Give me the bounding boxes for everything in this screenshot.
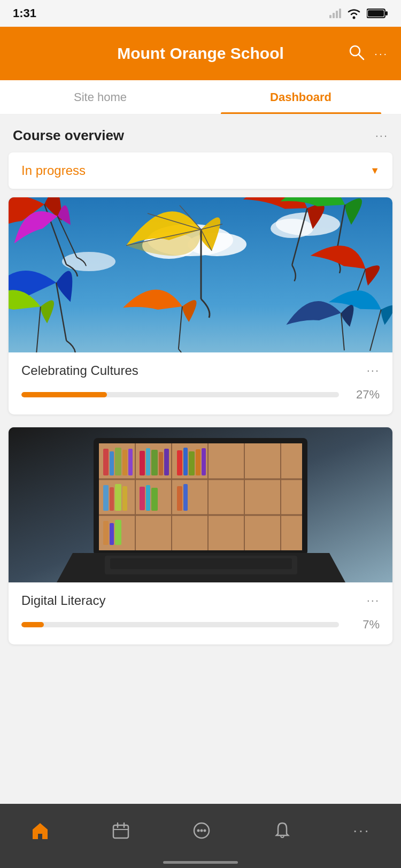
svg-rect-66 [177, 486, 182, 511]
svg-rect-72 [110, 558, 292, 569]
svg-rect-65 [151, 488, 158, 511]
filter-label: In progress [21, 163, 86, 178]
svg-rect-67 [183, 484, 188, 511]
svg-rect-56 [189, 451, 195, 475]
svg-rect-47 [122, 450, 127, 475]
svg-rect-52 [159, 452, 163, 475]
tab-bar: Site home Dashboard [0, 80, 401, 114]
nav-home[interactable] [20, 816, 60, 846]
progress-bar-bg [21, 622, 339, 627]
svg-point-78 [197, 829, 199, 832]
svg-rect-7 [368, 10, 384, 17]
svg-rect-0 [329, 15, 331, 18]
progress-percent: 27% [348, 388, 380, 402]
svg-line-9 [359, 55, 364, 59]
bottom-nav: ··· [0, 804, 401, 868]
svg-point-4 [353, 17, 356, 19]
battery-icon [367, 8, 388, 19]
bell-icon [273, 821, 292, 840]
svg-rect-45 [110, 451, 114, 475]
tab-site-home[interactable]: Site home [0, 80, 200, 114]
home-icon [30, 821, 50, 840]
svg-rect-54 [177, 450, 182, 475]
course-name: Digital Literacy [21, 593, 105, 608]
messages-icon [192, 821, 211, 840]
progress-row: 27% [21, 388, 380, 402]
svg-rect-1 [333, 13, 335, 18]
svg-rect-53 [164, 449, 169, 475]
filter-dropdown[interactable]: In progress ▼ [9, 152, 392, 189]
search-icon[interactable] [348, 43, 365, 64]
svg-rect-68 [103, 521, 109, 545]
svg-point-79 [200, 829, 203, 832]
nav-calendar[interactable] [101, 816, 141, 846]
app-header: Mount Orange School ··· [0, 27, 401, 80]
more-icon: ··· [353, 822, 370, 839]
calendar-icon [111, 821, 130, 840]
progress-bar-bg [21, 392, 339, 397]
course-more-icon[interactable]: ··· [367, 594, 380, 608]
svg-rect-46 [115, 448, 121, 475]
svg-rect-50 [146, 448, 150, 475]
progress-bar-fill [21, 622, 44, 627]
wifi-icon [346, 7, 361, 19]
course-card-celebrating-cultures[interactable]: Celebrating Cultures ··· 27% [9, 197, 392, 414]
course-card-digital-literacy[interactable]: Digital Literacy ··· 7% [9, 427, 392, 644]
nav-notifications[interactable] [262, 816, 303, 846]
course-more-icon[interactable]: ··· [367, 364, 380, 378]
home-indicator [163, 861, 238, 864]
svg-rect-51 [151, 450, 158, 475]
svg-rect-49 [140, 451, 145, 475]
svg-rect-57 [196, 449, 200, 475]
status-bar: 1:31 [0, 0, 401, 27]
svg-rect-73 [113, 825, 128, 838]
svg-rect-63 [140, 487, 145, 510]
svg-rect-64 [146, 485, 150, 511]
svg-rect-58 [202, 448, 206, 475]
svg-rect-59 [103, 485, 109, 511]
main-content: Course overview ··· In progress ▼ [0, 114, 401, 727]
course-image-umbrellas [9, 197, 392, 352]
progress-percent: 7% [348, 618, 380, 632]
course-overview-header: Course overview ··· [0, 114, 401, 152]
course-info-digital: Digital Literacy ··· 7% [9, 582, 392, 644]
progress-row: 7% [21, 618, 380, 632]
status-icons [329, 7, 388, 19]
svg-rect-2 [336, 11, 338, 18]
svg-rect-60 [110, 487, 114, 511]
svg-rect-61 [115, 484, 121, 511]
header-actions: ··· [348, 43, 388, 64]
svg-rect-48 [128, 449, 133, 475]
nav-messages[interactable] [181, 816, 222, 846]
svg-rect-3 [339, 9, 341, 18]
svg-point-15 [271, 219, 313, 238]
course-overview-more[interactable]: ··· [375, 129, 388, 143]
svg-rect-44 [103, 449, 109, 475]
progress-bar-fill [21, 392, 107, 397]
nav-more[interactable]: ··· [342, 817, 381, 844]
more-icon[interactable]: ··· [374, 48, 388, 60]
svg-point-80 [203, 829, 206, 832]
svg-rect-69 [110, 523, 114, 545]
signal-icon [329, 9, 341, 18]
svg-rect-62 [122, 486, 127, 511]
course-image-laptop [9, 427, 392, 582]
svg-rect-55 [183, 448, 188, 475]
svg-point-16 [62, 252, 115, 271]
course-info-celebrating: Celebrating Cultures ··· 27% [9, 352, 392, 414]
status-time: 1:31 [13, 6, 36, 20]
svg-rect-70 [115, 520, 121, 545]
course-overview-title: Course overview [13, 127, 124, 144]
course-name: Celebrating Cultures [21, 363, 138, 378]
app-title: Mount Orange School [117, 44, 284, 63]
tab-dashboard[interactable]: Dashboard [200, 80, 401, 114]
svg-rect-6 [385, 11, 388, 16]
filter-arrow-icon: ▼ [370, 165, 380, 176]
